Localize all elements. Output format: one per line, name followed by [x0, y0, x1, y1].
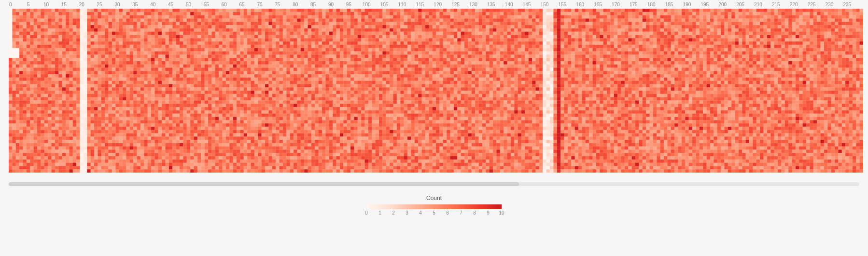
- legend-tick: 8: [473, 210, 476, 216]
- x-tick: 195: [700, 2, 709, 7]
- x-tick: 120: [434, 2, 442, 7]
- x-tick: 130: [469, 2, 477, 7]
- x-tick: 235: [843, 2, 851, 7]
- x-tick: 15: [61, 2, 67, 7]
- x-tick: 180: [647, 2, 656, 7]
- x-tick: 135: [487, 2, 495, 7]
- legend-tick: 10: [499, 210, 504, 216]
- legend-bar-wrap: 012345678910: [366, 204, 502, 217]
- x-tick: 115: [416, 2, 424, 7]
- x-tick: 20: [79, 2, 84, 7]
- x-tick: 70: [257, 2, 262, 7]
- x-tick: 55: [204, 2, 209, 7]
- x-tick: 25: [97, 2, 102, 7]
- x-tick: 220: [790, 2, 798, 7]
- x-tick: 205: [736, 2, 744, 7]
- x-tick: 155: [558, 2, 566, 7]
- x-tick: 60: [222, 2, 227, 7]
- x-tick: 105: [380, 2, 389, 7]
- x-tick: 210: [754, 2, 762, 7]
- legend-tick: 5: [433, 210, 435, 216]
- x-tick: 145: [523, 2, 531, 7]
- x-tick: 35: [132, 2, 138, 7]
- legend-tick: 9: [487, 210, 490, 216]
- legend-tick: 4: [419, 210, 422, 216]
- x-axis-top: 0510152025303540455055606570758085909510…: [9, 0, 868, 9]
- x-tick: 5: [27, 2, 30, 7]
- x-tick: 140: [505, 2, 513, 7]
- heatmap-canvas[interactable]: [9, 9, 863, 173]
- x-tick: 50: [186, 2, 191, 7]
- x-tick: 150: [541, 2, 549, 7]
- x-tick: 170: [612, 2, 620, 7]
- legend-tick: 6: [446, 210, 449, 216]
- x-tick: 225: [808, 2, 816, 7]
- legend-title: Count: [426, 195, 442, 202]
- heatmap-container: [9, 9, 868, 256]
- x-tick: 30: [114, 2, 120, 7]
- legend-ticks: 012345678910: [366, 210, 502, 217]
- x-tick: 10: [43, 2, 49, 7]
- horizontal-scrollbar-track[interactable]: [9, 182, 859, 186]
- x-tick: 160: [576, 2, 584, 7]
- x-tick: 165: [594, 2, 602, 7]
- legend-tick: 3: [406, 210, 408, 216]
- heatmap-page: 0510152025303540455055606570758085909510…: [0, 0, 868, 256]
- x-tick: 85: [310, 2, 316, 7]
- x-tick: 95: [346, 2, 351, 7]
- x-tick: 110: [398, 2, 406, 7]
- legend-tick: 2: [392, 210, 395, 216]
- x-tick: 90: [328, 2, 334, 7]
- x-tick: 0: [9, 2, 12, 7]
- color-legend: Count 012345678910: [0, 195, 868, 217]
- legend-tick: 7: [460, 210, 462, 216]
- x-tick: 190: [683, 2, 691, 7]
- legend-tick: 1: [378, 210, 381, 216]
- x-tick: 215: [772, 2, 780, 7]
- x-tick: 100: [363, 2, 371, 7]
- x-tick: 230: [826, 2, 834, 7]
- x-tick: 200: [718, 2, 727, 7]
- x-tick: 175: [630, 2, 638, 7]
- x-tick: 185: [665, 2, 673, 7]
- legend-gradient-bar: [366, 204, 502, 209]
- x-tick: 40: [150, 2, 155, 7]
- x-tick: 75: [275, 2, 280, 7]
- x-tick: 125: [451, 2, 460, 7]
- x-tick: 80: [293, 2, 298, 7]
- legend-tick: 0: [365, 210, 368, 216]
- x-tick: 65: [239, 2, 245, 7]
- horizontal-scrollbar-thumb[interactable]: [9, 182, 519, 186]
- x-tick: 45: [168, 2, 173, 7]
